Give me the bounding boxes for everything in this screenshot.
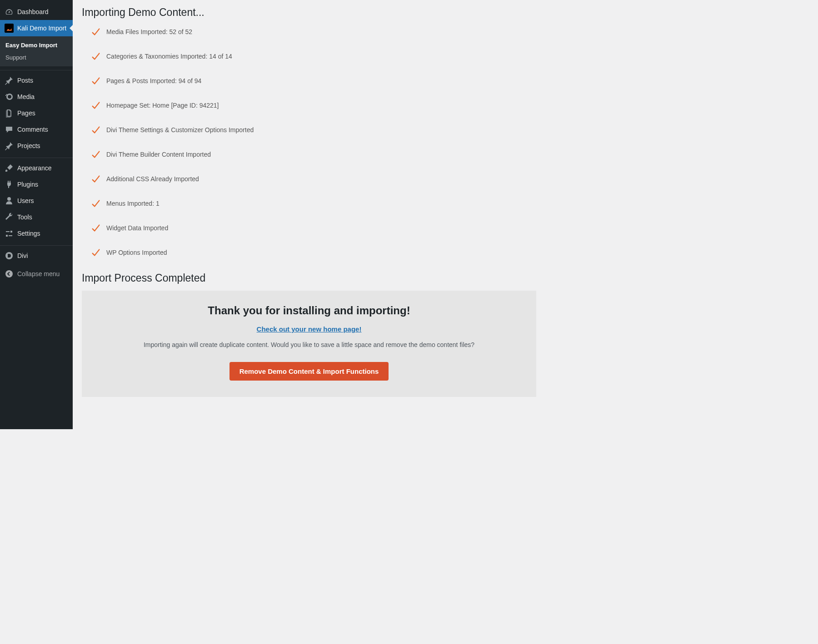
pin-icon: [5, 76, 14, 85]
media-icon: [5, 92, 14, 101]
import-step: Pages & Posts Imported: 94 of 94: [91, 76, 536, 86]
import-step: Categories & Taxonomies Imported: 14 of …: [91, 51, 536, 61]
step-text: Homepage Set: Home [Page ID: 94221]: [106, 102, 219, 109]
sidebar-item-kali-demo-import[interactable]: Kali Demo Import: [0, 20, 73, 36]
step-text: Menus Imported: 1: [106, 200, 160, 207]
import-steps: Media Files Imported: 52 of 52 Categorie…: [91, 27, 536, 258]
divi-icon: [5, 251, 14, 260]
user-icon: [5, 196, 14, 205]
sidebar-item-label: Posts: [17, 77, 33, 84]
import-step: Divi Theme Settings & Customizer Options…: [91, 125, 536, 135]
step-text: Widget Data Imported: [106, 224, 168, 232]
check-icon: [91, 100, 101, 110]
import-step: Homepage Set: Home [Page ID: 94221]: [91, 100, 536, 110]
import-step: Divi Theme Builder Content Imported: [91, 149, 536, 159]
import-step: WP Options Imported: [91, 248, 536, 258]
sidebar-item-label: Divi: [17, 252, 28, 259]
remove-demo-button[interactable]: Remove Demo Content & Import Functions: [229, 362, 389, 381]
sidebar-item-users[interactable]: Users: [0, 193, 73, 209]
submenu-item-support[interactable]: Support: [0, 51, 73, 64]
step-text: Media Files Imported: 52 of 52: [106, 28, 192, 35]
menu-separator: [0, 243, 73, 246]
page-title: Importing Demo Content...: [82, 6, 536, 19]
import-step: Widget Data Imported: [91, 223, 536, 233]
collapse-icon: [5, 269, 14, 278]
import-step: Media Files Imported: 52 of 52: [91, 27, 536, 37]
step-text: Additional CSS Already Imported: [106, 175, 199, 183]
step-text: Divi Theme Settings & Customizer Options…: [106, 126, 254, 134]
sidebar-item-posts[interactable]: Posts: [0, 72, 73, 89]
check-icon: [91, 149, 101, 159]
sidebar-item-appearance[interactable]: Appearance: [0, 160, 73, 176]
sidebar-item-plugins[interactable]: Plugins: [0, 176, 73, 193]
check-icon: [91, 76, 101, 86]
comments-icon: [5, 125, 14, 134]
import-step: Additional CSS Already Imported: [91, 174, 536, 184]
sidebar-item-label: Projects: [17, 142, 40, 149]
import-step: Menus Imported: 1: [91, 198, 536, 208]
sidebar-item-label: Media: [17, 93, 35, 100]
sidebar-item-label: Tools: [17, 213, 32, 221]
collapse-menu[interactable]: Collapse menu: [0, 266, 73, 282]
sidebar-submenu: Easy Demo Import Support: [0, 36, 73, 66]
sidebar-item-label: Pages: [17, 109, 35, 117]
sidebar-item-dashboard[interactable]: Dashboard: [0, 4, 73, 20]
collapse-label: Collapse menu: [17, 270, 60, 277]
pin-icon: [5, 141, 14, 150]
brush-icon: [5, 163, 14, 173]
sidebar-item-pages[interactable]: Pages: [0, 105, 73, 121]
plug-icon: [5, 180, 14, 189]
step-text: WP Options Imported: [106, 249, 167, 256]
sidebar-item-label: Settings: [17, 230, 40, 237]
svg-point-1: [5, 270, 13, 277]
sidebar-item-projects[interactable]: Projects: [0, 138, 73, 154]
sidebar-item-label: Kali Demo Import: [17, 25, 66, 32]
home-page-link[interactable]: Check out your new home page!: [257, 325, 362, 333]
sidebar-item-tools[interactable]: Tools: [0, 209, 73, 225]
sidebar-item-label: Dashboard: [17, 8, 49, 15]
sidebar-item-media[interactable]: Media: [0, 89, 73, 105]
step-text: Pages & Posts Imported: 94 of 94: [106, 77, 201, 84]
step-text: Categories & Taxonomies Imported: 14 of …: [106, 53, 232, 60]
dashboard-icon: [5, 7, 14, 16]
check-icon: [91, 174, 101, 184]
check-icon: [91, 51, 101, 61]
sliders-icon: [5, 229, 14, 238]
main-content: Importing Demo Content... Media Files Im…: [73, 0, 545, 429]
duplicate-note: Importing again will create duplicate co…: [91, 341, 527, 348]
sidebar-item-divi[interactable]: Divi: [0, 248, 73, 264]
sidebar-item-comments[interactable]: Comments: [0, 121, 73, 138]
check-icon: [91, 248, 101, 258]
menu-separator: [0, 156, 73, 158]
check-icon: [91, 125, 101, 135]
check-icon: [91, 223, 101, 233]
kali-icon: [5, 24, 14, 33]
menu-separator: [0, 68, 73, 70]
wrench-icon: [5, 213, 14, 222]
sidebar-item-label: Plugins: [17, 181, 38, 188]
completion-box: Thank you for installing and importing! …: [82, 291, 536, 397]
sidebar-item-settings[interactable]: Settings: [0, 225, 73, 242]
sidebar-item-label: Appearance: [17, 164, 52, 172]
sidebar-item-label: Comments: [17, 126, 48, 133]
step-text: Divi Theme Builder Content Imported: [106, 151, 211, 158]
check-icon: [91, 198, 101, 208]
sidebar-item-label: Users: [17, 197, 34, 204]
check-icon: [91, 27, 101, 37]
submenu-item-easy-demo-import[interactable]: Easy Demo Import: [0, 39, 73, 51]
thank-you-heading: Thank you for installing and importing!: [91, 304, 527, 317]
pages-icon: [5, 109, 14, 118]
admin-sidebar: Dashboard Kali Demo Import Easy Demo Imp…: [0, 0, 73, 429]
completed-heading: Import Process Completed: [82, 272, 536, 284]
